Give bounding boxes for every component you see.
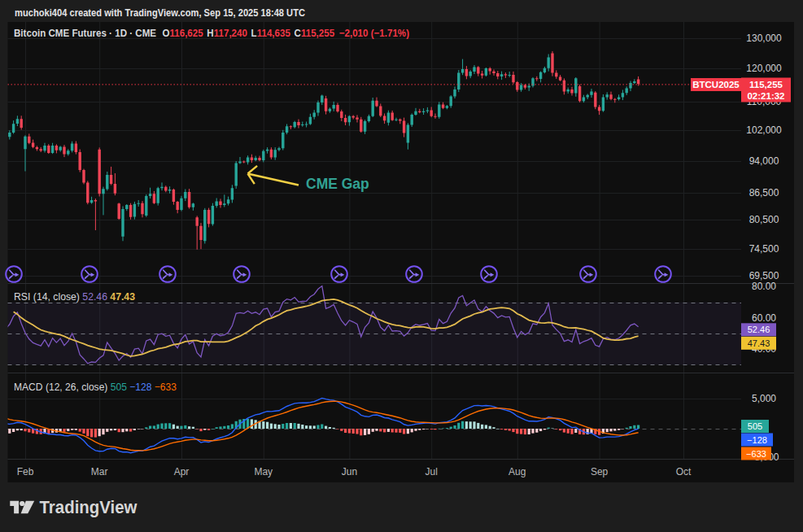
svg-text:Feb: Feb [17,466,34,477]
svg-text:74,500: 74,500 [749,243,779,255]
svg-text:TradingView: TradingView [40,498,137,517]
svg-text:muchoki404 created with Tradin: muchoki404 created with TradingView.com,… [15,7,306,19]
svg-text:86,500: 86,500 [749,187,779,198]
svg-text:Sep: Sep [591,466,609,477]
svg-text:80,500: 80,500 [749,214,779,225]
svg-text:−128: −128 [747,435,767,445]
svg-text:60.00: 60.00 [752,312,776,324]
svg-text:Jul: Jul [426,466,438,477]
svg-text:52.46: 52.46 [748,325,770,334]
svg-text:80.00: 80.00 [752,281,776,292]
svg-text:MACD (12, 26, close) 505 −128: MACD (12, 26, close) 505 −128 −633 [14,382,177,393]
svg-text:Bitcoin CME Futures · 1D · CME: Bitcoin CME Futures · 1D · CMEO116,625H1… [14,28,409,39]
svg-text:−633: −633 [746,449,766,459]
svg-text:Apr: Apr [174,466,190,477]
svg-text:02:21:32: 02:21:32 [747,91,784,101]
svg-text:CME Gap: CME Gap [306,176,369,192]
svg-text:Oct: Oct [676,466,692,477]
svg-text:Aug: Aug [508,466,526,477]
svg-text:94,000: 94,000 [749,155,779,167]
svg-text:BTCU2025: BTCU2025 [692,80,740,89]
svg-text:69,500: 69,500 [749,270,779,281]
svg-text:Mar: Mar [91,466,108,477]
svg-text:102,000: 102,000 [746,124,782,136]
svg-text:Jun: Jun [342,466,357,477]
svg-text:May: May [254,466,273,477]
svg-text:115,255: 115,255 [749,80,783,89]
svg-text:47.43: 47.43 [748,338,770,348]
svg-text:5,000: 5,000 [752,393,776,404]
svg-text:130,000: 130,000 [746,33,782,44]
svg-text:505: 505 [748,421,762,431]
svg-text:RSI (14, close) 52.46 47.43: RSI (14, close) 52.46 47.43 [14,291,135,303]
svg-text:120,000: 120,000 [746,63,782,74]
